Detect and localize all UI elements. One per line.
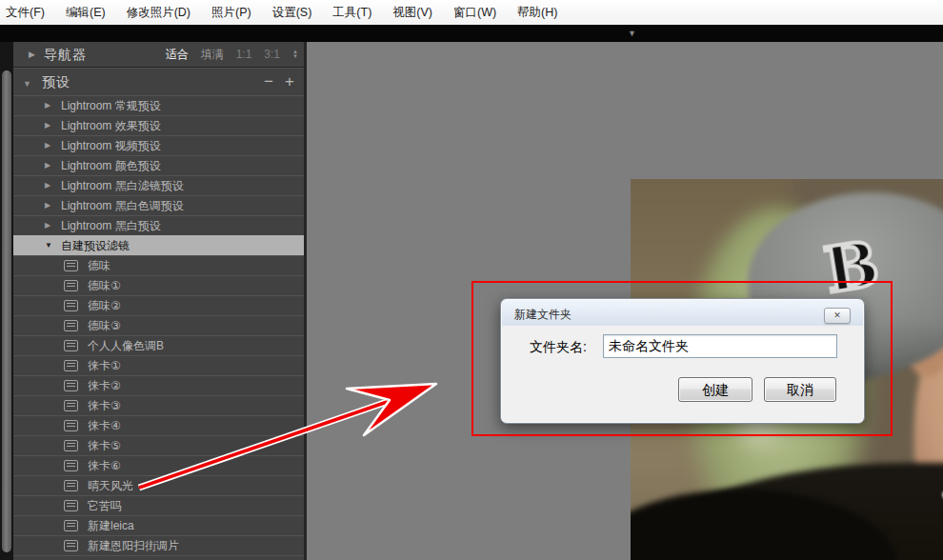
- item-label: 徕卡①: [88, 356, 121, 375]
- triangle-right-icon[interactable]: ▶: [45, 156, 50, 175]
- item-label: 徕卡②: [88, 376, 121, 395]
- navigator-zoom-options: 适合填满1:13:1▲▼: [166, 42, 298, 67]
- triangle-right-icon[interactable]: ▶: [29, 42, 35, 67]
- preset-icon: [64, 420, 78, 431]
- item-label: Lightroom 颜色预设: [61, 156, 161, 175]
- menu-item-5[interactable]: 设置(S): [262, 0, 323, 25]
- preset-row[interactable]: 德味②: [13, 295, 304, 315]
- item-label: Lightroom 效果预设: [61, 116, 161, 135]
- item-label: 新建恩阳扫街调片: [88, 536, 179, 555]
- preset-icon: [64, 380, 78, 391]
- zoom-option[interactable]: 1:1: [236, 42, 252, 67]
- zoom-option[interactable]: 适合: [166, 42, 189, 67]
- item-label: Lightroom 黑白色调预设: [61, 196, 184, 215]
- preset-icon: [64, 520, 78, 531]
- preset-icon: [64, 500, 78, 511]
- menu-item-1[interactable]: 文件(F): [0, 0, 55, 25]
- preset-folder-row[interactable]: ▶Lightroom 效果预设: [13, 115, 304, 135]
- triangle-down-icon[interactable]: ▼: [23, 70, 31, 98]
- annotation-box: [472, 281, 893, 436]
- item-label: Lightroom 视频预设: [61, 136, 161, 155]
- preset-row[interactable]: 徕卡②: [13, 375, 304, 395]
- preset-folder-row[interactable]: ▼自建预设滤镜: [13, 235, 304, 255]
- item-label: 德味③: [88, 316, 121, 335]
- preset-row[interactable]: 新建恩阳扫街调片: [13, 535, 304, 555]
- item-label: 德味: [88, 256, 110, 275]
- preset-row[interactable]: 德味①: [13, 275, 304, 295]
- preset-folder-row[interactable]: ▶Lightroom 黑白色调预设: [13, 195, 304, 215]
- item-label: Lightroom 常规预设: [61, 96, 161, 115]
- preset-row[interactable]: 个人人像色调B: [13, 335, 304, 355]
- preset-row[interactable]: 德味: [13, 255, 304, 275]
- preset-folder-row[interactable]: ▶Lightroom 颜色预设: [13, 155, 304, 175]
- item-label: 徕卡③: [88, 396, 121, 415]
- preset-icon: [64, 540, 78, 551]
- triangle-right-icon[interactable]: ▶: [45, 176, 50, 195]
- menu-item-4[interactable]: 照片(P): [201, 0, 262, 25]
- presets-title: 预设: [42, 68, 70, 96]
- panel-switcher-icon[interactable]: ▲▼: [292, 50, 298, 59]
- preset-icon: [64, 480, 78, 491]
- menu-item-6[interactable]: 工具(T): [322, 0, 382, 25]
- sidebar-scrollbar[interactable]: [2, 70, 11, 552]
- preset-icon: [64, 400, 78, 411]
- triangle-right-icon[interactable]: ▶: [45, 136, 50, 155]
- preset-icon: [64, 280, 78, 291]
- preset-folder-row[interactable]: ▶Lightroom 黑白预设: [13, 215, 304, 235]
- menu-item-8[interactable]: 窗口(W): [443, 0, 507, 25]
- item-label: 个人人像色调B: [88, 336, 164, 355]
- zoom-option[interactable]: 填满: [201, 42, 224, 67]
- preset-row[interactable]: 徕卡④: [13, 415, 304, 435]
- preset-row[interactable]: 徕卡⑤: [13, 435, 304, 455]
- menu-item-3[interactable]: 修改照片(D): [116, 0, 201, 25]
- triangle-right-icon[interactable]: ▶: [45, 116, 50, 135]
- top-separator-bar: ▼: [0, 25, 943, 42]
- switch-down-icon: ▼: [292, 54, 298, 59]
- preset-row[interactable]: 新建leica: [13, 515, 304, 535]
- preset-row[interactable]: 它苦吗: [13, 495, 304, 515]
- left-panel: ▶ 导航器 适合填满1:13:1▲▼ ▼ 预设 − + ▶Lightroom 常…: [13, 42, 307, 560]
- item-label: 新建leica: [88, 516, 134, 535]
- item-label: 晴天风光: [88, 476, 133, 495]
- menu-bar: 文件(F)编辑(E)修改照片(D)照片(P)设置(S)工具(T)视图(V)窗口(…: [0, 0, 943, 25]
- item-label: 自建预设滤镜: [61, 236, 130, 255]
- preset-row[interactable]: 晴天风光: [13, 475, 304, 495]
- panel-toggle-strip[interactable]: [0, 42, 13, 560]
- menu-item-2[interactable]: 编辑(E): [55, 0, 116, 25]
- item-label: 徕卡④: [88, 416, 121, 435]
- preset-folder-row[interactable]: ▶Lightroom 黑白滤镜预设: [13, 175, 304, 195]
- preset-row[interactable]: 徕卡③: [13, 395, 304, 415]
- menu-item-7[interactable]: 视图(V): [382, 0, 443, 25]
- preset-icon: [64, 260, 78, 271]
- item-label: Lightroom 黑白预设: [61, 216, 161, 235]
- item-label: 它苦吗: [88, 496, 122, 515]
- item-label: 德味②: [88, 296, 121, 315]
- add-preset-button[interactable]: +: [285, 68, 294, 96]
- navigator-title: 导航器: [44, 42, 87, 67]
- item-label: 徕卡⑥: [88, 456, 121, 475]
- panel-collapse-triangle-icon[interactable]: ▼: [628, 28, 636, 39]
- lightroom-window: 文件(F)编辑(E)修改照片(D)照片(P)设置(S)工具(T)视图(V)窗口(…: [0, 0, 943, 560]
- item-label: 用户预设: [59, 556, 105, 560]
- zoom-option[interactable]: 3:1: [264, 42, 280, 67]
- triangle-right-icon[interactable]: ▶: [45, 96, 50, 115]
- triangle-down-icon[interactable]: ▼: [45, 236, 52, 255]
- preset-row[interactable]: 徕卡⑥: [13, 455, 304, 475]
- preset-row[interactable]: 德味③: [13, 315, 304, 335]
- item-label: 徕卡⑤: [88, 436, 121, 455]
- preset-row[interactable]: 徕卡①: [13, 355, 304, 375]
- preset-folder-row[interactable]: ▶Lightroom 常规预设: [13, 95, 304, 115]
- navigator-header[interactable]: ▶ 导航器 适合填满1:13:1▲▼: [13, 42, 304, 68]
- preset-folder-row[interactable]: ▼用户预设: [13, 555, 304, 560]
- preset-folder-row[interactable]: ▶Lightroom 视频预设: [13, 135, 304, 155]
- preset-icon: [64, 320, 78, 331]
- menu-item-9[interactable]: 帮助(H): [507, 0, 568, 25]
- preset-icon: [64, 340, 78, 351]
- triangle-right-icon[interactable]: ▶: [45, 196, 50, 215]
- presets-header[interactable]: ▼ 预设 − +: [13, 68, 304, 96]
- item-label: 德味①: [88, 276, 121, 295]
- triangle-down-icon[interactable]: ▼: [36, 556, 44, 560]
- remove-preset-button[interactable]: −: [264, 68, 273, 96]
- triangle-right-icon[interactable]: ▶: [45, 216, 50, 235]
- preset-list: ▶Lightroom 常规预设▶Lightroom 效果预设▶Lightroom…: [13, 95, 304, 560]
